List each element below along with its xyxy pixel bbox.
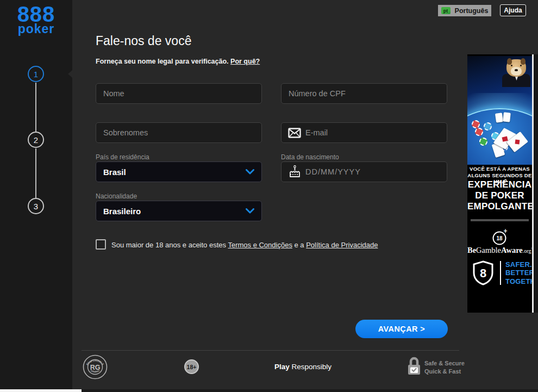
ad-headline-1: EXPERIÊNCIA [467,179,532,190]
country-select[interactable]: Brasil [96,161,262,182]
step-2-number: 2 [34,135,38,145]
cpf-input[interactable] [281,83,447,104]
bottom-strip-right [82,389,538,392]
lock-icon [406,357,422,378]
poker-chip [475,128,483,136]
safe-line-1: Safe & Secure [424,359,465,368]
ad-age-plus: + [503,228,507,235]
sidebar: 888 poker 1 2 3 [0,0,72,392]
country-value: Brasil [103,167,126,177]
bga-aware: Aware [501,246,523,254]
country-label: País de residência [96,153,149,161]
privacy-link[interactable]: Política de Privacidade [306,241,378,249]
bulldog-muzzle [511,67,522,76]
shield-separator [500,261,501,285]
bulldog-ear [507,58,512,65]
terms-text: Sou maior de 18 anos e aceito estes Term… [111,241,378,249]
portuguese-flag-icon: pt [441,7,451,14]
poker-chip [472,120,480,128]
help-button[interactable]: Ajuda [500,4,526,16]
shield-number: 8 [480,266,486,280]
footer-divider [82,350,459,351]
poker-chip [479,138,487,146]
bulldog-nose [515,69,518,71]
shield-slogan-row: 8 SAFER. BETTER. TOGETHER. [471,260,538,286]
play-text: Play [274,363,290,371]
ad-18plus-icon: 18 + [491,228,509,248]
registration-page: 888 poker 1 2 3 pt Português Ajuda Fale-… [0,0,538,392]
banner-edge-dark [534,54,538,313]
responsible-gaming-icon: RG RESPONSIBLE GAMING [83,354,108,382]
chevron-down-icon [246,169,254,175]
bulldog-eye [511,65,512,66]
age-terms-checkbox[interactable] [96,239,106,250]
age-badge-text: 18+ [187,364,197,370]
language-label: Português [455,7,489,15]
playing-card [503,112,511,122]
poker-table-ad-image [467,56,532,165]
step-connector-1-2 [35,83,36,132]
age-18-badge: 18+ [184,359,199,374]
safe-secure-text: Safe & Secure Quick & Fast [424,359,465,376]
dob-label: Data de nascimento [281,153,339,161]
responsibly-text: Responsibly [292,363,332,371]
ad-divider [471,219,529,221]
bga-be: Be [467,246,476,254]
why-link[interactable]: Por quê? [230,58,260,65]
first-name-input[interactable] [96,83,262,104]
bulldog-eye [520,65,522,66]
step-1-number: 1 [34,70,38,79]
bulldog-head-icon [506,59,526,77]
ad-headline: EXPERIÊNCIA DE POKER EMPOLGANTE [467,179,532,212]
chevron-down-icon [246,208,254,214]
subtitle-text: Forneça seu nome legal para verificação. [96,58,229,65]
continue-button[interactable]: AVANÇAR > [355,320,448,338]
active-step-pointer [68,70,72,78]
step-indicator-1[interactable]: 1 [28,66,44,82]
nationality-value: Brasileiro [103,207,141,216]
logo-poker: poker [0,23,72,35]
terms-prefix: Sou maior de 18 anos e aceito estes [111,241,228,249]
last-name-input[interactable] [96,122,262,143]
email-input[interactable] [281,122,447,143]
brand-logo[interactable]: 888 poker [0,3,72,35]
ad-line-1: VOCÊ ESTÁ A APENAS [467,166,532,172]
playing-card [495,113,503,123]
begambleaware-logo[interactable]: BeGambleAware.org® [467,246,532,255]
help-label: Ajuda [504,7,522,14]
bulldog-ear [521,58,526,65]
safe-line-2: Quick & Fast [424,368,465,376]
terms-link[interactable]: Termos e Condições [228,241,292,249]
terms-middle: e a [292,241,306,249]
diamond-pip [515,140,520,145]
form-subtitle: Forneça seu nome legal para verificação.… [96,58,260,65]
ad-age-number: 18 [496,235,503,241]
dob-input[interactable] [281,161,447,182]
bga-gamble: Gamble [476,246,501,254]
nationality-label: Nacionalidade [96,192,137,200]
nationality-select[interactable]: Brasileiro [96,201,262,221]
ad-headline-3: EMPOLGANTE [467,201,532,212]
poker-chip [484,122,492,130]
step-indicator-2[interactable]: 2 [28,132,44,148]
bga-org: .org [523,248,531,254]
page-title: Fale-nos de você [96,34,191,48]
shield-8-icon: 8 [471,260,496,286]
step-3-number: 3 [34,202,38,211]
promo-banner[interactable]: VOCÊ ESTÁ A APENAS ALGUNS SEGUNDOS DE UM… [467,54,538,313]
play-responsibly: Play Responsibly [274,363,331,371]
step-connector-2-3 [35,148,36,198]
bottom-strip-left [0,389,82,392]
step-indicator-3[interactable]: 3 [28,198,44,214]
ad-headline-2: DE POKER [467,190,532,201]
language-selector[interactable]: pt Português [438,5,491,16]
